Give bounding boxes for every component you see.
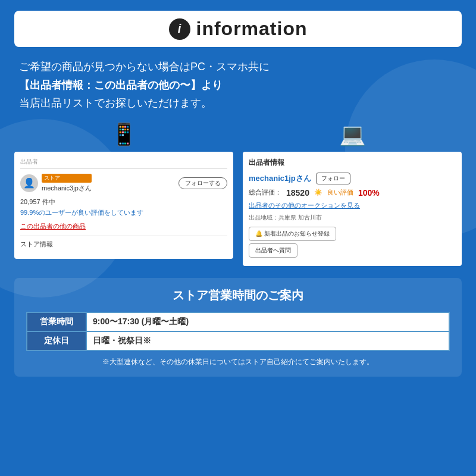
avatar: 👤	[20, 174, 38, 192]
auction-link[interactable]: 出品者のその他のオークションを見る	[249, 201, 456, 210]
rating-label: 総合評価：	[249, 188, 281, 197]
pc-rating-row: 総合評価： 18520 ☀️ 良い評価 100%	[249, 188, 456, 198]
good-rating-label: 良い評価	[327, 188, 353, 197]
pc-col: 💻 出品者情報 mechanic1jpさん フォロー 総合評価： 18520 ☀…	[243, 122, 462, 266]
mobile-screenshot: 出品者 👤 ストア mechanic3jpさん フォローする 20,957 件中…	[14, 152, 233, 259]
mobile-seller-row: 👤 ストア mechanic3jpさん フォローする	[20, 174, 227, 193]
hours-value: 9:00〜17:30 (月曜〜土曜)	[86, 312, 449, 331]
question-button[interactable]: 出品者へ質問	[249, 243, 298, 258]
new-items-button[interactable]: 🔔 新着出品のお知らせ登録	[249, 227, 336, 241]
page-title: information	[196, 18, 308, 40]
good-rating-icon: ☀️	[314, 189, 322, 196]
mobile-seller-name: mechanic3jpさん	[42, 184, 92, 192]
header-box: i information	[14, 11, 462, 47]
main-description: ご希望の商品が見つからない場合はPC・スマホ共に 【出品者情報：この出品者の他の…	[14, 58, 462, 112]
store-badge: ストア	[42, 174, 92, 183]
holiday-value: 日曜・祝祭日※	[86, 331, 449, 350]
screenshots-section: 📱 出品者 👤 ストア mechanic3jpさん フォローする 20,957 …	[14, 122, 462, 266]
pc-follow-button[interactable]: フォロー	[316, 173, 350, 184]
table-row: 定休日 日曜・祝祭日※	[27, 331, 449, 350]
holiday-label: 定休日	[27, 331, 86, 350]
pc-screenshot: 出品者情報 mechanic1jpさん フォロー 総合評価： 18520 ☀️ …	[243, 152, 462, 266]
mobile-section-label: 出品者	[20, 158, 227, 169]
info-icon: i	[169, 18, 190, 40]
main-container: i information ご希望の商品が見つからない場合はPC・スマホ共に 【…	[0, 0, 476, 387]
hours-label: 営業時間	[27, 312, 86, 331]
location-row: 出品地域：兵庫県 加古川市	[249, 214, 456, 222]
seller-info: ストア mechanic3jpさん	[42, 174, 92, 193]
main-text-line1: ご希望の商品が見つからない場合はPC・スマホ共に	[19, 58, 457, 76]
seller-left: 👤 ストア mechanic3jpさん	[20, 174, 92, 193]
pc-section-label: 出品者情報	[249, 158, 456, 168]
rating-pct: 100%	[358, 188, 380, 198]
computer-icon: 💻	[339, 122, 366, 147]
business-note: ※大型連休など、その他の休業日についてはストア自己紹介にてご案内いたします。	[26, 357, 450, 367]
rating-num: 18520	[286, 188, 309, 198]
hours-table: 営業時間 9:00〜17:30 (月曜〜土曜) 定休日 日曜・祝祭日※	[26, 312, 450, 351]
review-count: 20,957 件中	[20, 198, 227, 206]
other-items-link[interactable]: この出品者の他の商品	[20, 222, 227, 231]
business-section: ストア営業時間のご案内 営業時間 9:00〜17:30 (月曜〜土曜) 定休日 …	[14, 278, 462, 377]
mobile-col: 📱 出品者 👤 ストア mechanic3jpさん フォローする 20,957 …	[14, 122, 233, 266]
mobile-follow-button[interactable]: フォローする	[178, 177, 227, 189]
business-title: ストア営業時間のご案内	[26, 287, 450, 303]
table-row: 営業時間 9:00〜17:30 (月曜〜土曜)	[27, 312, 449, 331]
review-pct: 99.9%のユーザーが良い評価をしています	[20, 208, 227, 217]
main-text-line2: 【出品者情報：この出品者の他の〜】より	[19, 76, 457, 95]
pc-seller-name: mechanic1jpさん	[249, 173, 311, 184]
smartphone-icon: 📱	[111, 122, 137, 147]
pc-seller-row: mechanic1jpさん フォロー	[249, 173, 456, 184]
store-info-link[interactable]: ストア情報	[20, 236, 227, 249]
main-text-line3: 当店出品リストでお探しいただけます。	[19, 94, 457, 112]
